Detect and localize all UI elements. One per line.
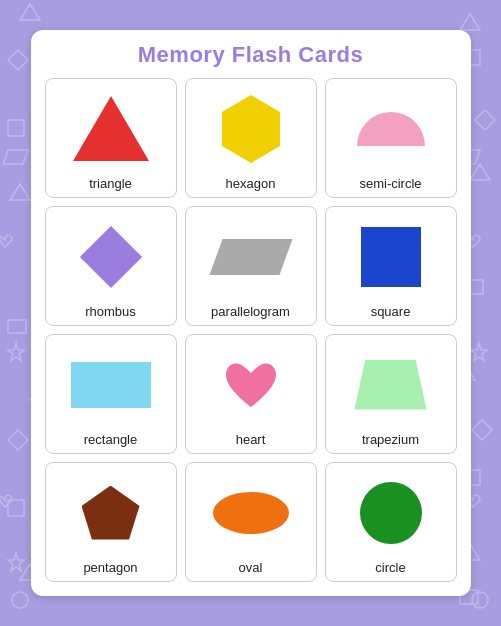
square-shape	[361, 227, 421, 287]
card-semicircle: semi-circle	[325, 78, 457, 198]
svg-marker-19	[8, 343, 24, 361]
svg-point-23	[12, 592, 28, 608]
shape-area-semicircle	[330, 85, 452, 172]
svg-marker-2	[10, 184, 30, 200]
shape-area-circle	[330, 469, 452, 556]
card-hexagon: hexagon	[185, 78, 317, 198]
svg-marker-16	[8, 50, 28, 70]
card-triangle: triangle	[45, 78, 177, 198]
svg-marker-18	[472, 420, 492, 440]
heart-shape	[221, 357, 281, 412]
card-heart: heart	[185, 334, 317, 454]
svg-marker-3	[470, 164, 490, 180]
label-triangle: triangle	[89, 176, 132, 191]
cards-grid: triangle hexagon semi-circle rhombus	[45, 78, 457, 582]
svg-rect-9	[8, 120, 24, 136]
card-pentagon: pentagon	[45, 462, 177, 582]
label-semicircle: semi-circle	[359, 176, 421, 191]
parallelogram-shape	[209, 239, 292, 275]
label-square: square	[371, 304, 411, 319]
label-oval: oval	[239, 560, 263, 575]
svg-marker-20	[471, 343, 487, 361]
card-rectangle: rectangle	[45, 334, 177, 454]
card-parallelogram: parallelogram	[185, 206, 317, 326]
card-oval: oval	[185, 462, 317, 582]
label-rhombus: rhombus	[85, 304, 136, 319]
label-rectangle: rectangle	[84, 432, 137, 447]
card-circle: circle	[325, 462, 457, 582]
svg-marker-15	[475, 110, 495, 130]
label-pentagon: pentagon	[83, 560, 137, 575]
circle-shape	[360, 482, 422, 544]
card-square: square	[325, 206, 457, 326]
label-hexagon: hexagon	[226, 176, 276, 191]
svg-marker-17	[8, 430, 28, 450]
shape-area-trapezium	[330, 341, 452, 428]
hexagon-shape	[222, 112, 280, 146]
semicircle-shape	[357, 112, 425, 146]
card-rhombus: rhombus	[45, 206, 177, 326]
oval-shape	[213, 492, 289, 534]
label-trapezium: trapezium	[362, 432, 419, 447]
shape-area-heart	[190, 341, 312, 428]
rhombus-shape	[79, 225, 141, 287]
shape-area-triangle	[50, 85, 172, 172]
svg-marker-0	[20, 4, 40, 20]
label-heart: heart	[236, 432, 266, 447]
page-title: Memory Flash Cards	[45, 42, 457, 68]
pentagon-shape	[82, 486, 140, 540]
label-circle: circle	[375, 560, 405, 575]
shape-area-oval	[190, 469, 312, 556]
shape-area-rectangle	[50, 341, 172, 428]
triangle-shape	[73, 96, 149, 161]
card-trapezium: trapezium	[325, 334, 457, 454]
shape-area-hexagon	[190, 85, 312, 172]
shape-area-parallelogram	[190, 213, 312, 300]
rectangle-shape	[71, 362, 151, 408]
shape-area-square	[330, 213, 452, 300]
shape-area-rhombus	[50, 213, 172, 300]
svg-point-22	[472, 592, 488, 608]
label-parallelogram: parallelogram	[211, 304, 290, 319]
svg-rect-11	[8, 320, 26, 333]
shape-area-pentagon	[50, 469, 172, 556]
svg-marker-1	[460, 14, 480, 30]
flash-card-container: Memory Flash Cards triangle hexagon semi…	[31, 30, 471, 596]
svg-marker-21	[8, 553, 24, 571]
trapezium-shape	[355, 360, 427, 410]
